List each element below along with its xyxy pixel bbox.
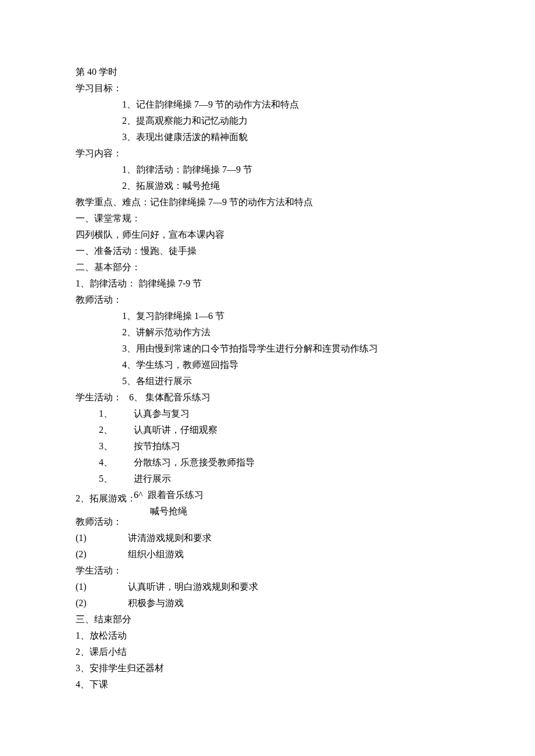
student-item-num: 2、 xyxy=(76,422,134,438)
student-item-text: 进行展示 xyxy=(134,471,171,487)
objective-item: 3、表现出健康活泼的精神面貌 xyxy=(76,129,459,145)
teacher2-item-num: (1) xyxy=(76,530,128,546)
student-item-text: 认真参与复习 xyxy=(134,406,190,422)
ending-item: 3、安排学生归还器材 xyxy=(76,660,459,676)
ending-item: 4、下课 xyxy=(76,676,459,693)
student-six-text: 跟着音乐练习 xyxy=(143,487,204,503)
student-item: 1、 认真参与复习 xyxy=(76,406,459,422)
section1-title: 1、韵律活动： 韵律绳操 7-9 节 xyxy=(76,275,459,292)
student-item-num: 4、 xyxy=(76,454,134,471)
student2-item-text: 积极参与游戏 xyxy=(128,595,459,611)
student-item-text: 分散练习，乐意接受教师指导 xyxy=(134,454,255,471)
routine-line: 四列横队，师生问好，宣布本课内容 xyxy=(76,227,459,243)
teacher-item-num: 6、 xyxy=(129,392,143,402)
student-item: 3、 按节拍练习 xyxy=(76,438,459,454)
teacher-item: 5、各组进行展示 xyxy=(76,373,459,389)
ending-heading: 三、结束部分 xyxy=(76,611,459,628)
teacher-item: 4、学生练习，教师巡回指导 xyxy=(76,357,459,373)
teacher-item: 3、用由慢到常速的口令节拍指导学生进行分解和连贯动作练习 xyxy=(76,341,459,357)
student2-item-num: (1) xyxy=(76,579,128,595)
routine-heading: 一、课堂常规： xyxy=(76,210,459,227)
student-item: 4、 分散练习，乐意接受教师指导 xyxy=(76,454,459,471)
student2-heading: 学生活动： xyxy=(76,562,459,579)
game-label: 2、拓展游戏： xyxy=(76,490,136,507)
teacher-heading: 教师活动： xyxy=(76,292,459,308)
prep-heading: 一、准备活动：慢跑、徒手操 xyxy=(76,243,459,259)
ending-item: 2、课后小结 xyxy=(76,644,459,660)
student2-item: (2) 积极参与游戏 xyxy=(76,595,459,611)
teacher2-item-num: (2) xyxy=(76,546,128,562)
ending-item: 1、放松活动 xyxy=(76,628,459,644)
teacher-item-text: 集体配音乐练习 xyxy=(145,392,211,402)
student2-item: (1) 认真听讲，明白游戏规则和要求 xyxy=(76,579,459,595)
content-item: 1、韵律活动：韵律绳操 7—9 节 xyxy=(76,162,459,178)
student-heading: 学生活动： xyxy=(76,389,122,406)
student-heading-row: 学生活动： 6、 集体配音乐练习 xyxy=(76,389,459,406)
teacher2-heading: 教师活动： xyxy=(76,514,459,530)
student-item-num: 3、 xyxy=(76,438,134,454)
teacher-item: 2、讲解示范动作方法 xyxy=(76,324,459,341)
objective-item: 2、提高观察能力和记忆动能力 xyxy=(76,113,459,129)
teacher2-item: (1) 讲清游戏规则和要求 xyxy=(76,530,459,546)
student-item-num: 5、 xyxy=(76,471,134,487)
teacher2-item-text: 组织小组游戏 xyxy=(128,546,459,562)
lesson-title: 第 40 学时 xyxy=(76,64,459,80)
student-item: 5、 进行展示 xyxy=(76,471,459,487)
teacher-item: 1、复习韵律绳操 1—6 节 xyxy=(76,308,459,324)
content-item: 2、拓展游戏：喊号抢绳 xyxy=(76,178,459,194)
key-point: 教学重点、难点：记住韵律绳操 7—9 节的动作方法和特点 xyxy=(76,194,459,210)
student-item-num: 1、 xyxy=(76,406,134,422)
student-item-text: 认真听讲，仔细观察 xyxy=(134,422,217,438)
game-name: 喊号抢绳 xyxy=(150,503,187,519)
objective-item: 1、记住韵律绳操 7—9 节的动作方法和特点 xyxy=(76,96,459,113)
student-item: 2、 认真听讲，仔细观察 xyxy=(76,422,459,438)
main-heading: 二、基本部分： xyxy=(76,259,459,275)
teacher2-item-text: 讲清游戏规则和要求 xyxy=(128,530,459,546)
objectives-heading: 学习目标： xyxy=(76,80,459,96)
student2-item-num: (2) xyxy=(76,595,128,611)
student2-item-text: 认真听讲，明白游戏规则和要求 xyxy=(128,579,459,595)
teacher2-item: (2) 组织小组游戏 xyxy=(76,546,459,562)
content-heading: 学习内容： xyxy=(76,145,459,162)
student-item-text: 按节拍练习 xyxy=(134,438,180,454)
